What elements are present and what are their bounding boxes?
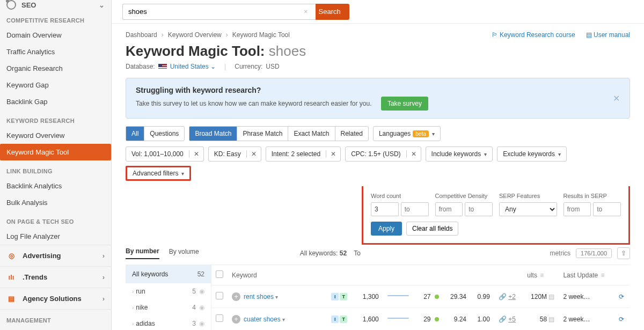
serp-features-count[interactable]: +2	[508, 293, 516, 300]
chevron-down-icon[interactable]: ▾	[275, 294, 278, 300]
sidebar-section[interactable]: ◎Advertising›	[0, 245, 111, 266]
match-type-group[interactable]: Broad Match Phrase Match Exact Match Rel…	[189, 126, 369, 141]
add-to-list-icon[interactable]: +	[232, 315, 240, 324]
sidebar-item[interactable]: Traffic Analytics	[0, 43, 111, 60]
main: × Search Dashboard › Keyword Overview › …	[112, 0, 644, 330]
database-row: Database: United States ⌄ | Currency: US…	[126, 63, 630, 70]
sidebar-item[interactable]: Backlink Analytics	[0, 178, 111, 194]
sidebar-item-my-reports[interactable]: My Reports +	[0, 327, 111, 330]
clear-icon[interactable]: ×	[304, 8, 308, 16]
close-icon[interactable]: ✕	[613, 93, 620, 104]
word-count-from[interactable]	[371, 202, 399, 216]
filter-chip-kd[interactable]: KD: Easy✕	[208, 146, 261, 162]
eye-icon[interactable]: ◉	[199, 304, 204, 311]
keyword-group-row[interactable]: ›run5◉	[126, 283, 211, 299]
serp-features-count[interactable]: +5	[508, 316, 516, 323]
breadcrumb[interactable]: Dashboard	[126, 31, 157, 39]
sidebar-group-label: COMPETITIVE RESEARCH	[0, 10, 111, 27]
keywords-table: Keyword ults ≡ Last Update ≡ +rent shoes…	[211, 265, 630, 330]
row-checkbox[interactable]	[216, 292, 223, 299]
difficulty-dot-icon	[435, 295, 439, 299]
sidebar-item[interactable]: Bulk Analysis	[0, 194, 111, 211]
banner-heading: Struggling with keyword research?	[136, 86, 261, 94]
all-questions-toggle[interactable]: All Questions	[126, 126, 185, 141]
advanced-filters-panel: Word count Competitive Density SERP Feat…	[362, 186, 630, 245]
remove-icon[interactable]: ✕	[406, 150, 421, 158]
comp-density-from[interactable]	[435, 202, 463, 216]
filter-chip-cpc[interactable]: CPC: 1.5+ (USD)✕	[345, 146, 421, 162]
chevron-right-icon: ›	[132, 321, 134, 327]
take-survey-button[interactable]: Take survey	[381, 97, 428, 111]
sidebar-item[interactable]: Organic Research	[0, 60, 111, 77]
link-icon: 🔗	[499, 293, 507, 300]
sidebar-item[interactable]: Backlink Gap	[0, 93, 111, 110]
remove-icon[interactable]: ✕	[326, 150, 340, 158]
sidebar-group-label: ON PAGE & TECH SEO	[0, 211, 111, 228]
sidebar-item[interactable]: Keyword Overview	[0, 127, 111, 144]
sidebar-group-label: LINK BUILDING	[0, 160, 111, 178]
keyword-course-link[interactable]: 🏳 Keyword Research course	[492, 31, 575, 39]
tab-by-volume[interactable]: By volume	[169, 248, 199, 259]
languages-dropdown[interactable]: Languages beta ▾	[373, 126, 441, 141]
sidebar-item[interactable]: Domain Overview	[0, 27, 111, 43]
filter-chip-volume[interactable]: Vol: 1,001–10,000✕	[126, 146, 204, 162]
groups-header[interactable]: All keywords52	[126, 265, 211, 283]
sidebar-item[interactable]: Keyword Magic Tool	[0, 144, 111, 160]
keyword-group-row[interactable]: ›adidas3◉	[126, 316, 211, 330]
clear-all-button[interactable]: Clear all fields	[406, 222, 458, 236]
keyword-link[interactable]: cuater shoes	[244, 316, 281, 323]
apply-button[interactable]: Apply	[371, 222, 402, 236]
sidebar-toolkit-selector[interactable]: SEO ⌄	[0, 0, 111, 10]
chevron-down-icon: ⌄	[99, 1, 105, 9]
view-row: By number By volume All keywords: 52 To …	[126, 247, 630, 259]
select-all-checkbox[interactable]	[216, 270, 223, 278]
sidebar-section[interactable]: ılı.Trends›	[0, 266, 111, 288]
page-title: Keyword Magic Tool: shoes	[126, 43, 630, 60]
breadcrumb[interactable]: Keyword Overview	[168, 31, 222, 39]
keyword-group-row[interactable]: ›nike4◉	[126, 299, 211, 316]
table-row: +cuater shoes ▾IT1,60029 9.241.00🔗 +558 …	[211, 308, 630, 331]
comp-density-to[interactable]	[465, 202, 493, 216]
results-from[interactable]	[564, 202, 591, 216]
trend-sparkline	[387, 292, 409, 299]
eye-icon[interactable]: ◉	[199, 288, 204, 295]
add-to-list-icon[interactable]: +	[232, 292, 240, 301]
user-manual-link[interactable]: ▤ User manual	[586, 31, 630, 39]
tab-by-number[interactable]: By number	[126, 247, 159, 259]
active-filter-row: Vol: 1,001–10,000✕ KD: Easy✕ Intent: 2 s…	[126, 146, 630, 181]
link-icon: 🔗	[499, 316, 507, 323]
database-selector[interactable]: United States ⌄	[170, 63, 216, 70]
filter-chip-intent[interactable]: Intent: 2 selected✕	[266, 146, 341, 162]
serp-features-select[interactable]: Any	[499, 202, 557, 216]
sidebar: SEO ⌄ COMPETITIVE RESEARCHDomain Overvie…	[0, 0, 112, 330]
breadcrumb[interactable]: Keyword Magic Tool	[232, 31, 290, 39]
exclude-keywords-dropdown[interactable]: Exclude keywords▾	[497, 146, 567, 162]
section-icon: ılı	[6, 273, 16, 281]
section-icon: ◎	[6, 252, 16, 260]
chevron-right-icon: ›	[103, 295, 105, 303]
refresh-icon[interactable]: ⟳	[619, 293, 624, 300]
search-input[interactable]	[122, 4, 316, 20]
row-checkbox[interactable]	[216, 314, 223, 322]
sidebar-item[interactable]: Log File Analyzer	[0, 228, 111, 245]
refresh-icon[interactable]: ⟳	[619, 316, 624, 323]
chevron-down-icon[interactable]: ▾	[282, 317, 285, 322]
sidebar-item[interactable]: Keyword Gap	[0, 77, 111, 93]
chevron-right-icon: ›	[103, 252, 105, 260]
banner-subtext: Take this survey to let us know how we c…	[136, 97, 428, 111]
advanced-filters-toggle[interactable]: Advanced filters▾	[126, 166, 191, 181]
remove-icon[interactable]: ✕	[246, 150, 261, 158]
results-to[interactable]	[593, 202, 621, 216]
keyword-link[interactable]: rent shoes	[244, 293, 274, 300]
usage-counter: 176/1,000	[576, 248, 612, 258]
search-button[interactable]: Search	[310, 4, 349, 20]
remove-icon[interactable]: ✕	[189, 150, 203, 158]
export-button[interactable]: ⇪	[617, 247, 630, 259]
sidebar-section[interactable]: ▤Agency Solutions›	[0, 288, 111, 309]
include-keywords-dropdown[interactable]: Include keywords▾	[426, 146, 493, 162]
sidebar-group-label: KEYWORD RESEARCH	[0, 110, 111, 127]
word-count-to[interactable]	[401, 202, 429, 216]
breadcrumb-row: Dashboard › Keyword Overview › Keyword M…	[112, 24, 644, 43]
eye-icon[interactable]: ◉	[199, 320, 204, 327]
chevron-right-icon: ›	[103, 273, 105, 281]
